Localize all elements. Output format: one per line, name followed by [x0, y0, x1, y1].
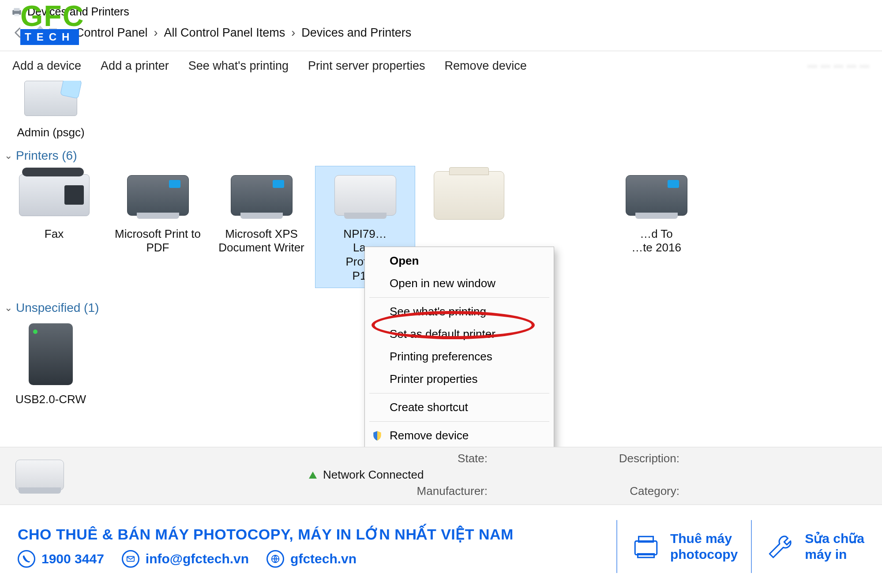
blurred-toolbar-area: ··· ··· ··· ··· ···	[808, 60, 870, 72]
device-label: Microsoft XPS Document Writer	[214, 227, 309, 255]
footer-phone-text: 1900 3447	[41, 551, 104, 566]
footer-headline: CHO THUÊ & BÁN MÁY PHOTOCOPY, MÁY IN LỚN…	[18, 525, 514, 543]
menu-item-open[interactable]: Open	[365, 250, 554, 272]
menu-item-printing-preferences[interactable]: Printing preferences	[365, 345, 554, 368]
footer-website-text: gfctech.vn	[290, 551, 357, 566]
print-server-properties-button[interactable]: Print server properties	[308, 59, 425, 73]
svg-marker-4	[35, 26, 45, 31]
group-header-label: Printers (6)	[16, 149, 77, 163]
description-label: Description:	[501, 452, 679, 465]
add-printer-button[interactable]: Add a printer	[101, 59, 169, 73]
storage-device-icon	[13, 321, 88, 387]
address-bar: › Control Panel › All Control Panel Item…	[0, 22, 882, 51]
uac-shield-icon	[371, 430, 383, 442]
printer-icon	[224, 169, 299, 222]
footer-email-text: info@gfctech.vn	[146, 551, 249, 566]
devices-printers-icon	[11, 6, 23, 18]
breadcrumb: › Control Panel › All Control Panel Item…	[65, 26, 411, 40]
manufacturer-label: Manufacturer:	[309, 484, 488, 498]
svg-rect-5	[48, 33, 58, 41]
titlebar: Devices and Printers	[0, 0, 882, 22]
service-line1: Sửa chữa	[805, 531, 864, 547]
menu-separator	[369, 421, 549, 422]
chevron-down-icon: ⌄	[4, 150, 12, 161]
category-label: Category:	[501, 484, 679, 498]
wrench-icon	[765, 531, 796, 562]
footer-phone[interactable]: 1900 3447	[18, 550, 104, 568]
device-label: …d To …te 2016	[631, 227, 681, 255]
globe-icon	[266, 550, 284, 568]
menu-item-label: Remove device	[390, 429, 469, 442]
details-pane: State: Description: Network Connected Ma…	[0, 447, 882, 504]
printer-item-fax[interactable]: Fax	[4, 166, 104, 246]
device-label: Fax	[45, 227, 64, 241]
device-label: Microsoft Print to PDF	[110, 227, 206, 255]
menu-item-open-new-window[interactable]: Open in new window	[365, 272, 554, 295]
service-line2: máy in	[805, 547, 864, 562]
menu-item-see-whats-printing[interactable]: See what's printing	[365, 300, 554, 323]
state-label: State:	[309, 452, 488, 465]
printer-icon	[120, 169, 195, 222]
menu-item-remove-device[interactable]: Remove device	[365, 424, 554, 447]
device-label: Admin (psgc)	[17, 126, 84, 140]
divider	[751, 520, 752, 573]
menu-separator	[369, 297, 549, 298]
svg-rect-11	[638, 554, 654, 558]
svg-rect-3	[35, 31, 45, 41]
printer-item[interactable]: …d To …te 2016	[607, 166, 706, 259]
footer-service-photocopy[interactable]: Thuê máy photocopy	[631, 531, 738, 562]
chevron-down-icon: ⌄	[4, 302, 12, 314]
mail-icon	[122, 550, 139, 568]
printer-icon	[432, 169, 507, 222]
menu-item-create-shortcut[interactable]: Create shortcut	[365, 396, 554, 419]
group-header-printers[interactable]: ⌄ Printers (6)	[4, 149, 878, 163]
window-title: Devices and Printers	[27, 5, 129, 18]
printer-item[interactable]: Microsoft Print to PDF	[108, 166, 207, 259]
service-line1: Thuê máy	[670, 531, 738, 547]
remove-device-button[interactable]: Remove device	[445, 59, 527, 73]
back-button[interactable]	[8, 22, 28, 43]
footer-banner: CHO THUÊ & BÁN MÁY PHOTOCOPY, MÁY IN LỚN…	[0, 504, 882, 588]
state-value: Network Connected	[323, 468, 424, 482]
device-item[interactable]: USB2.0-CRW	[4, 318, 97, 411]
printer-icon	[619, 169, 694, 222]
chevron-right-icon: ›	[291, 26, 295, 40]
footer-service-repair[interactable]: Sửa chữa máy in	[765, 531, 864, 562]
fax-icon	[17, 169, 92, 222]
breadcrumb-item[interactable]: All Control Panel Items	[164, 26, 285, 40]
device-item[interactable]: Admin (psgc)	[4, 81, 97, 144]
menu-separator	[369, 393, 549, 393]
phone-icon	[18, 550, 35, 568]
printer-item[interactable]	[419, 166, 518, 232]
service-line2: photocopy	[670, 547, 738, 562]
divider	[616, 520, 617, 573]
copier-icon	[631, 531, 661, 562]
content-area: Admin (psgc) ⌄ Printers (6) Fax Microsof…	[0, 81, 882, 447]
svg-rect-1	[14, 8, 20, 11]
breadcrumb-item[interactable]: Devices and Printers	[301, 26, 411, 40]
svg-rect-9	[635, 541, 657, 555]
add-device-button[interactable]: Add a device	[12, 59, 81, 73]
computer-icon	[13, 81, 88, 120]
see-whats-printing-button[interactable]: See what's printing	[188, 59, 289, 73]
chevron-right-icon: ›	[65, 26, 69, 40]
menu-item-set-default-printer[interactable]: Set as default printer	[365, 323, 554, 345]
details-pane-thumbnail	[9, 452, 71, 498]
footer-website[interactable]: gfctech.vn	[266, 550, 357, 568]
network-status-icon	[309, 468, 319, 482]
printer-icon	[328, 169, 403, 222]
footer-email[interactable]: info@gfctech.vn	[122, 550, 249, 568]
menu-item-printer-properties[interactable]: Printer properties	[365, 368, 554, 390]
command-bar: Add a device Add a printer See what's pr…	[0, 51, 882, 81]
device-label: USB2.0-CRW	[15, 393, 86, 407]
svg-rect-6	[49, 28, 57, 34]
group-header-label: Unspecified (1)	[16, 301, 99, 315]
breadcrumb-item[interactable]: Control Panel	[75, 26, 148, 40]
svg-rect-2	[15, 14, 19, 16]
location-icon	[34, 23, 59, 42]
printer-item[interactable]: Microsoft XPS Document Writer	[212, 166, 311, 259]
chevron-right-icon: ›	[154, 26, 158, 40]
context-menu: Open Open in new window See what's print…	[364, 247, 554, 447]
